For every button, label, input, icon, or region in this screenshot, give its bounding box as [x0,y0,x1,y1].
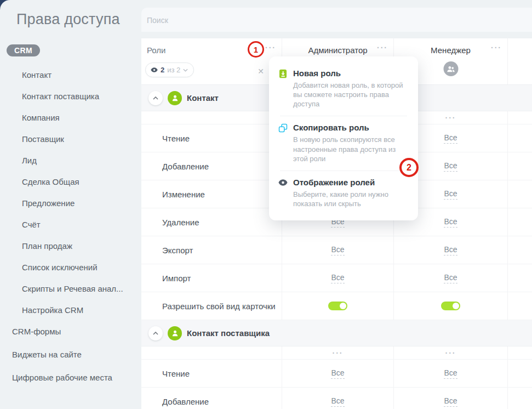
menu-item-description: В новую роль скопируются все настроенные… [293,135,408,163]
menu-item-description: Добавится новая роль, в которой вы сможе… [293,81,408,109]
permission-label: Добавление [141,152,282,180]
permission-value-link[interactable]: Все [331,396,344,407]
menu-item[interactable]: Скопировать роль В новую роль скопируютс… [269,118,418,168]
search-input[interactable] [146,8,367,33]
annotation-step-2: 2 [399,158,419,177]
permission-value-link[interactable]: Все [331,245,344,255]
menu-item-title: Скопировать роль [293,123,408,132]
permission-row: Экспорт Все Все [141,236,532,264]
sidebar: Права доступа CRM КонтактКонтакт поставщ… [0,0,141,409]
role-menu-icon[interactable]: ··· [491,45,502,50]
permission-row: Добавление Все Все [141,388,532,409]
workspace: Права доступа CRM КонтактКонтакт поставщ… [0,0,532,409]
sidebar-crm-list: КонтактКонтакт поставщикаКомпанияПоставщ… [0,64,141,321]
cell-menu-icon[interactable]: ··· [445,350,456,356]
person-icon [171,94,179,102]
roles-dropdown-menu: Новая роль Добавится новая роль, в котор… [269,56,418,220]
permission-label: Чтение [141,124,282,152]
menu-divider [280,171,407,171]
sidebar-item[interactable]: Компания [0,107,141,128]
permission-label: Импорт [141,264,282,292]
crm-section-badge[interactable]: CRM [7,44,40,56]
menu-item[interactable]: Отображение ролей Выберите, какие роли н… [269,173,418,214]
eye-icon [151,67,158,72]
menu-item[interactable]: Новая роль Добавится новая роль, в котор… [269,64,418,114]
sidebar-item[interactable]: Скрипты и Речевая анал... [0,278,141,299]
menu-item-description: Выберите, какие роли нужно показать или … [293,190,408,208]
permission-value-link[interactable]: Все [444,245,457,255]
sidebar-item[interactable]: Настройка CRM [0,299,141,321]
sidebar-item[interactable]: Цифровые рабочие места [0,366,141,389]
permission-label: Изменение [141,180,282,208]
group-icon [446,65,455,73]
menu-divider [280,116,407,116]
sidebar-root-list: CRM-формыВиджеты на сайтеЦифровые рабочи… [0,320,141,389]
person-icon [171,329,179,337]
permission-row: Чтение Все Все [141,360,532,388]
section-avatar-icon [168,91,182,105]
section-header-row: Контакт поставщика [141,320,532,346]
page-title: Права доступа [16,11,120,28]
permission-label: Разрешить свой вид карточки [141,292,282,320]
eye-icon [278,178,288,208]
section-title: Контакт [187,93,219,103]
sidebar-item[interactable]: Лид [0,150,141,171]
permission-value-link[interactable]: Все [444,396,457,407]
chevron-up-icon [153,332,158,335]
permission-row: Импорт Все Все [141,264,532,292]
permission-label: Удаление [141,208,282,236]
roles-menu-icon[interactable]: ··· [265,45,276,50]
permission-value-link[interactable]: Все [444,273,457,283]
permission-toggle-on[interactable] [328,302,347,310]
annotation-step-1: 1 [248,41,264,58]
section-avatar-icon [168,326,182,340]
role-column-title: Менеджер [394,46,507,55]
toggle-knob [340,303,346,309]
role-menu-icon[interactable]: ··· [377,45,388,50]
permission-value-link[interactable]: Все [444,133,457,144]
permission-row: Разрешить свой вид карточки [141,292,532,320]
permission-value-link[interactable]: Все [444,189,457,200]
permission-value-link[interactable]: Все [444,161,457,172]
menu-item-title: Новая роль [293,69,408,78]
sidebar-item[interactable]: Список исключений [0,257,141,278]
cell-menu-icon[interactable]: ··· [333,350,344,356]
permission-toggle-on[interactable] [441,302,460,310]
permission-label: Экспорт [141,236,282,264]
sidebar-item[interactable]: Сделка Общая [0,171,141,192]
section-actions-row: ··· ··· [141,346,532,360]
permission-value-link[interactable]: Все [444,217,457,228]
toggle-knob [453,303,459,309]
permission-value-link[interactable]: Все [331,273,344,283]
roles-column-header: Роли [147,46,166,55]
sidebar-item[interactable]: Поставщик [0,128,141,150]
section-title: Контакт поставщика [187,328,270,338]
permission-label: Добавление [141,388,282,409]
roles-filter-chip[interactable]: 2 из 2 [145,63,194,77]
permission-value-link[interactable]: Все [331,368,344,379]
sidebar-item[interactable]: Контакт поставщика [0,86,141,107]
sidebar-item[interactable]: План продаж [0,235,141,257]
filter-count: 2 [161,66,164,74]
permission-value-link[interactable]: Все [444,368,457,379]
permission-label: Чтение [141,360,282,387]
new-role-icon [278,69,288,109]
sidebar-item[interactable]: Виджеты на сайте [0,343,141,366]
collapse-section-button[interactable] [148,91,163,105]
filter-total: из 2 [167,66,180,74]
sidebar-item[interactable]: Предложение [0,192,141,214]
sidebar-item[interactable]: CRM-формы [0,320,141,343]
menu-item-title: Отображение ролей [293,178,408,187]
search-bar [141,8,532,32]
sidebar-item[interactable]: Счёт [0,214,141,235]
clear-filter-icon[interactable]: ✕ [258,67,264,76]
sidebar-item[interactable]: Контакт [0,64,141,86]
copy-role-icon [278,123,288,163]
cell-menu-icon[interactable]: ··· [445,115,456,121]
chevron-down-icon [183,69,188,72]
chevron-up-icon [153,96,158,100]
collapse-section-button[interactable] [148,326,163,340]
role-avatar[interactable] [443,61,458,76]
